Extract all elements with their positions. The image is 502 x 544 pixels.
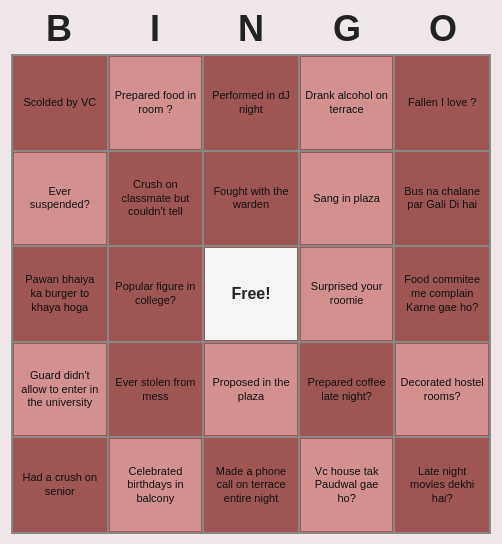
bingo-cell-5[interactable]: Ever suspended? [13,152,107,246]
bingo-cell-7[interactable]: Fought with the warden [204,152,298,246]
bingo-cell-10[interactable]: Pawan bhaiya ka burger to khaya hoga [13,247,107,341]
bingo-cell-0[interactable]: Scolded by VC [13,56,107,150]
bingo-letter-n: N [211,8,291,50]
bingo-cell-3[interactable]: Drank alcohol on terrace [300,56,394,150]
bingo-letter-o: O [403,8,483,50]
bingo-cell-22[interactable]: Made a phone call on terrace entire nigh… [204,438,298,532]
bingo-cell-18[interactable]: Prepared coffee late night? [300,343,394,437]
bingo-cell-17[interactable]: Proposed in the plaza [204,343,298,437]
bingo-letter-b: B [19,8,99,50]
bingo-letter-g: G [307,8,387,50]
bingo-cell-2[interactable]: Performed in dJ night [204,56,298,150]
bingo-letter-i: I [115,8,195,50]
bingo-cell-11[interactable]: Popular figure in college? [109,247,203,341]
bingo-header: BINGO [11,0,491,54]
bingo-cell-19[interactable]: Decorated hostel rooms? [395,343,489,437]
bingo-cell-20[interactable]: Had a crush on senior [13,438,107,532]
bingo-cell-1[interactable]: Prepared food in room ? [109,56,203,150]
bingo-cell-23[interactable]: Vc house tak Paudwal gae ho? [300,438,394,532]
bingo-grid: Scolded by VCPrepared food in room ?Perf… [11,54,491,534]
bingo-cell-14[interactable]: Food commitee me complain Karne gae ho? [395,247,489,341]
bingo-cell-8[interactable]: Sang in plaza [300,152,394,246]
bingo-cell-15[interactable]: Guard didn't allow to enter in the unive… [13,343,107,437]
bingo-cell-21[interactable]: Celebrated birthdays in balcony [109,438,203,532]
bingo-cell-12[interactable]: Free! [204,247,298,341]
bingo-cell-24[interactable]: Late night movies dekhi hai? [395,438,489,532]
bingo-cell-6[interactable]: Crush on classmate but couldn't tell [109,152,203,246]
bingo-cell-4[interactable]: Fallen I love ? [395,56,489,150]
bingo-cell-9[interactable]: Bus na chalane par Gali Di hai [395,152,489,246]
bingo-cell-13[interactable]: Surprised your roomie [300,247,394,341]
bingo-cell-16[interactable]: Ever stolen from mess [109,343,203,437]
